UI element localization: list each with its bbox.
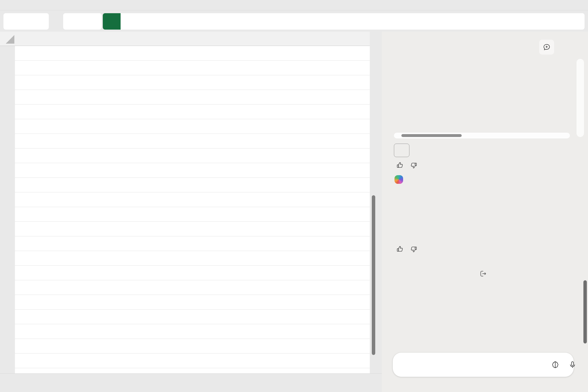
message-input[interactable]	[403, 353, 541, 377]
feedback-row	[396, 245, 417, 253]
grid-vscroll-thumb[interactable]	[372, 195, 375, 355]
add-results-button[interactable]	[394, 144, 409, 157]
feedback-row	[396, 161, 417, 169]
result-table	[394, 60, 570, 132]
formula-bar-row	[0, 11, 588, 31]
copilot-attribution	[394, 175, 412, 184]
microphone-icon[interactable]	[568, 361, 577, 370]
title-bar	[0, 0, 588, 10]
excel-window	[0, 0, 588, 392]
grid-cells	[0, 46, 370, 373]
column-headers	[0, 32, 370, 46]
python-mode-badge	[103, 13, 121, 30]
copilot-panel	[382, 32, 588, 392]
table-hscroll-thumb[interactable]	[401, 134, 462, 137]
thumbs-up-icon[interactable]	[396, 161, 404, 169]
stop-advanced-analysis-button[interactable]	[382, 270, 588, 277]
stop-exit-icon	[479, 270, 487, 277]
formula-edit-group	[63, 13, 102, 30]
formula-input[interactable]	[103, 13, 585, 30]
result-table-vscroll[interactable]	[577, 59, 584, 137]
thumbs-down-icon[interactable]	[410, 161, 417, 169]
advanced-ai-brain-icon[interactable]	[551, 361, 559, 370]
new-chat-icon[interactable]	[539, 40, 554, 55]
panel-scroll-thumb[interactable]	[583, 280, 587, 343]
thumbs-down-icon[interactable]	[410, 245, 417, 253]
message-input-box[interactable]	[393, 353, 574, 377]
copilot-logo-icon	[394, 175, 403, 184]
name-box[interactable]	[3, 13, 49, 30]
thumbs-up-icon[interactable]	[396, 245, 404, 253]
